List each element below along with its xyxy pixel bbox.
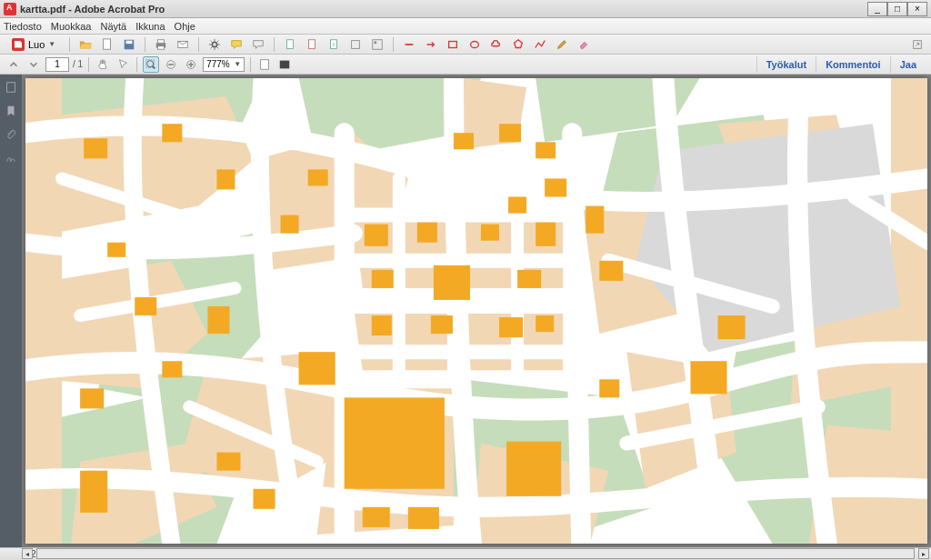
select-tool-icon[interactable] [115, 56, 131, 73]
crop-icon[interactable] [347, 36, 364, 53]
svg-rect-59 [254, 489, 275, 509]
svg-rect-46 [545, 178, 566, 196]
page-number-input[interactable] [45, 57, 69, 72]
svg-rect-57 [80, 471, 107, 513]
speech-icon[interactable] [228, 36, 245, 53]
svg-rect-2 [126, 40, 133, 44]
window-title: kartta.pdf - Adobe Acrobat Pro [20, 4, 867, 15]
new-doc-icon[interactable] [99, 36, 115, 53]
zoom-out-icon[interactable] [163, 56, 179, 73]
svg-rect-38 [499, 317, 523, 337]
svg-rect-8 [287, 39, 294, 48]
separator [69, 37, 70, 52]
svg-rect-15 [449, 41, 457, 47]
svg-rect-32 [536, 223, 556, 246]
svg-rect-47 [586, 206, 604, 234]
expand-toolbar-icon[interactable] [909, 36, 926, 53]
maximize-button[interactable]: □ [887, 2, 907, 16]
page-up-icon[interactable] [5, 56, 22, 73]
menu-edit[interactable]: Muokkaa [51, 21, 92, 32]
chevron-down-icon: ▼ [48, 40, 55, 48]
stamp-icon[interactable] [250, 36, 266, 53]
svg-rect-42 [363, 507, 390, 527]
svg-rect-56 [80, 388, 104, 408]
cloud-annot-icon[interactable] [488, 36, 505, 53]
email-icon[interactable] [175, 36, 191, 53]
marquee-zoom-icon[interactable] [143, 56, 159, 73]
arrow-annot-icon[interactable] [423, 36, 439, 53]
svg-rect-26 [280, 60, 290, 68]
fit-width-icon[interactable] [256, 56, 273, 73]
chevron-down-icon: ▼ [234, 60, 241, 68]
save-icon[interactable] [121, 36, 137, 53]
close-button[interactable]: × [907, 2, 927, 16]
comment-panel-button[interactable]: Kommentoi [816, 56, 890, 73]
app-icon [4, 3, 16, 15]
tools-panel-button[interactable]: Työkalut [756, 56, 816, 73]
polygon-annot-icon[interactable] [510, 36, 526, 53]
menu-window[interactable]: Ikkuna [135, 21, 165, 32]
gear-icon[interactable] [206, 36, 223, 53]
svg-rect-37 [431, 315, 453, 334]
hand-tool-icon[interactable] [95, 56, 111, 73]
hscroll-right-button[interactable]: ▸ [918, 548, 929, 559]
form-icon[interactable] [369, 36, 385, 53]
page-rotate-icon[interactable] [325, 36, 342, 53]
print-icon[interactable] [153, 36, 169, 53]
oval-annot-icon[interactable] [466, 36, 483, 53]
create-pdf-icon [12, 38, 25, 51]
svg-rect-31 [481, 225, 499, 241]
svg-rect-27 [7, 83, 15, 93]
menu-view[interactable]: Näytä [100, 21, 126, 32]
polyline-annot-icon[interactable] [532, 36, 548, 53]
svg-rect-51 [690, 361, 726, 394]
page-extract-icon[interactable] [282, 36, 298, 53]
attachment-icon[interactable] [4, 127, 18, 142]
menu-file[interactable]: Tiedosto [4, 21, 42, 32]
share-panel-button[interactable]: Jaa [890, 56, 926, 73]
hscroll-left-button[interactable]: ◂ [22, 548, 33, 559]
separator [88, 57, 89, 72]
svg-rect-66 [536, 142, 556, 158]
svg-rect-0 [104, 38, 111, 48]
eraser-icon[interactable] [576, 36, 592, 53]
create-button[interactable]: Luo ▼ [5, 36, 62, 53]
svg-rect-39 [536, 315, 554, 332]
page-down-icon[interactable] [25, 56, 42, 73]
bookmark-icon[interactable] [4, 104, 18, 118]
svg-rect-65 [499, 124, 521, 142]
zoom-level-select[interactable]: 777% ▼ [203, 57, 245, 72]
svg-rect-12 [373, 39, 383, 49]
svg-rect-49 [599, 379, 619, 397]
create-label: Luo [28, 39, 45, 50]
pencil-icon[interactable] [554, 36, 570, 53]
document-viewport[interactable] [22, 75, 931, 547]
minimize-button[interactable]: _ [867, 2, 887, 16]
nav-sidebar [0, 75, 22, 547]
svg-rect-50 [718, 315, 746, 339]
separator [393, 37, 394, 52]
separator [198, 37, 199, 52]
thumbnails-icon[interactable] [4, 80, 18, 95]
line-annot-icon[interactable] [401, 36, 417, 53]
separator [250, 57, 251, 72]
status-bar: 297 x 210 mm ◂ ▸ [0, 547, 931, 560]
svg-rect-63 [107, 243, 125, 257]
svg-rect-5 [158, 45, 165, 49]
zoom-in-icon[interactable] [183, 56, 199, 73]
rect-annot-icon[interactable] [445, 36, 461, 53]
fullscreen-icon[interactable] [276, 56, 293, 73]
svg-rect-41 [345, 397, 445, 488]
open-icon[interactable] [77, 36, 94, 53]
svg-rect-67 [207, 306, 229, 334]
menu-help[interactable]: Ohje [175, 21, 195, 32]
svg-rect-62 [162, 361, 182, 377]
separator [274, 37, 275, 52]
hscroll-track[interactable] [36, 548, 915, 559]
page-insert-icon[interactable] [304, 36, 320, 53]
signature-icon[interactable] [4, 151, 18, 165]
svg-rect-36 [372, 315, 392, 335]
svg-rect-25 [261, 59, 269, 69]
svg-rect-55 [135, 297, 156, 315]
svg-rect-61 [281, 215, 299, 234]
